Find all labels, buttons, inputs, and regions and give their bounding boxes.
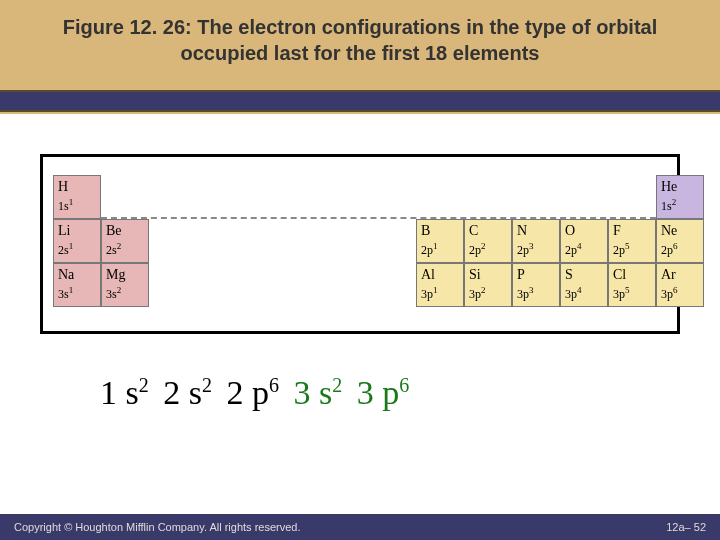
- element-symbol: Si: [469, 267, 507, 283]
- cell-He: He 1s2: [656, 175, 704, 219]
- cell-Si: Si 3p2: [464, 263, 512, 307]
- element-symbol: Be: [106, 223, 144, 239]
- element-config: 3p3: [517, 285, 555, 302]
- element-symbol: N: [517, 223, 555, 239]
- cell-O: O 2p4: [560, 219, 608, 263]
- element-config: 2p5: [613, 241, 651, 258]
- element-config: 3s2: [106, 285, 144, 302]
- element-config: 2p2: [469, 241, 507, 258]
- element-symbol: Li: [58, 223, 96, 239]
- element-symbol: F: [613, 223, 651, 239]
- cell-N: N 2p3: [512, 219, 560, 263]
- cell-F: F 2p5: [608, 219, 656, 263]
- element-config: 3p5: [613, 285, 651, 302]
- cell-B: B 2p1: [416, 219, 464, 263]
- element-config: 3s1: [58, 285, 96, 302]
- element-config: 2s1: [58, 241, 96, 258]
- cell-Be: Be 2s2: [101, 219, 149, 263]
- config-3p6: 3 p6: [357, 374, 410, 411]
- element-config: 3p1: [421, 285, 459, 302]
- cell-Ne: Ne 2p6: [656, 219, 704, 263]
- element-config: 2p4: [565, 241, 603, 258]
- element-config: 1s2: [661, 197, 699, 214]
- element-config: 3p2: [469, 285, 507, 302]
- element-symbol: Cl: [613, 267, 651, 283]
- element-config: 2s2: [106, 241, 144, 258]
- element-symbol: Ar: [661, 267, 699, 283]
- figure-title: Figure 12. 26: The electron configuratio…: [0, 0, 720, 76]
- element-symbol: Mg: [106, 267, 144, 283]
- period-3: Na 3s1 Mg 3s2 Al 3p1 Si 3p2: [53, 263, 704, 307]
- cell-Al: Al 3p1: [416, 263, 464, 307]
- row1-gap: [101, 175, 656, 219]
- cell-H: H 1s1: [53, 175, 101, 219]
- header-band: [0, 90, 720, 112]
- footer-bar: Copyright © Houghton Mifflin Company. Al…: [0, 514, 720, 540]
- element-symbol: Ne: [661, 223, 699, 239]
- page-ref: 12a– 52: [666, 521, 706, 533]
- row2-gap: [149, 219, 416, 263]
- periodic-fragment: H 1s1 He 1s2 Li 2s1 Be: [40, 154, 680, 334]
- element-config: 3p6: [661, 285, 699, 302]
- element-symbol: Na: [58, 267, 96, 283]
- noble-gas-config: 1 s2 2 s2 2 p6 3 s2 3 p6: [100, 374, 415, 412]
- element-symbol: O: [565, 223, 603, 239]
- config-2p6: 2 p6: [226, 374, 279, 411]
- element-config: 1s1: [58, 197, 96, 214]
- copyright-text: Copyright © Houghton Mifflin Company. Al…: [14, 521, 301, 533]
- element-config: 2p6: [661, 241, 699, 258]
- period-2: Li 2s1 Be 2s2 B 2p1 C 2p2: [53, 219, 704, 263]
- element-symbol: B: [421, 223, 459, 239]
- cell-Ar: Ar 3p6: [656, 263, 704, 307]
- element-config: 3p4: [565, 285, 603, 302]
- slide: Figure 12. 26: The electron configuratio…: [0, 0, 720, 540]
- cell-Na: Na 3s1: [53, 263, 101, 307]
- content-area: H 1s1 He 1s2 Li 2s1 Be: [0, 114, 720, 514]
- config-3s2: 3 s2: [293, 374, 342, 411]
- config-1s2: 1 s2: [100, 374, 149, 411]
- element-symbol: H: [58, 179, 96, 195]
- element-symbol: Al: [421, 267, 459, 283]
- element-config: 2p1: [421, 241, 459, 258]
- element-config: 2p3: [517, 241, 555, 258]
- cell-S: S 3p4: [560, 263, 608, 307]
- cell-Mg: Mg 3s2: [101, 263, 149, 307]
- cell-C: C 2p2: [464, 219, 512, 263]
- periodic-table: H 1s1 He 1s2 Li 2s1 Be: [53, 175, 704, 307]
- element-symbol: C: [469, 223, 507, 239]
- row3-gap: [149, 263, 416, 307]
- cell-Li: Li 2s1: [53, 219, 101, 263]
- element-symbol: P: [517, 267, 555, 283]
- element-symbol: He: [661, 179, 699, 195]
- config-2s2: 2 s2: [163, 374, 212, 411]
- cell-Cl: Cl 3p5: [608, 263, 656, 307]
- element-symbol: S: [565, 267, 603, 283]
- period-1: H 1s1 He 1s2: [53, 175, 704, 219]
- cell-P: P 3p3: [512, 263, 560, 307]
